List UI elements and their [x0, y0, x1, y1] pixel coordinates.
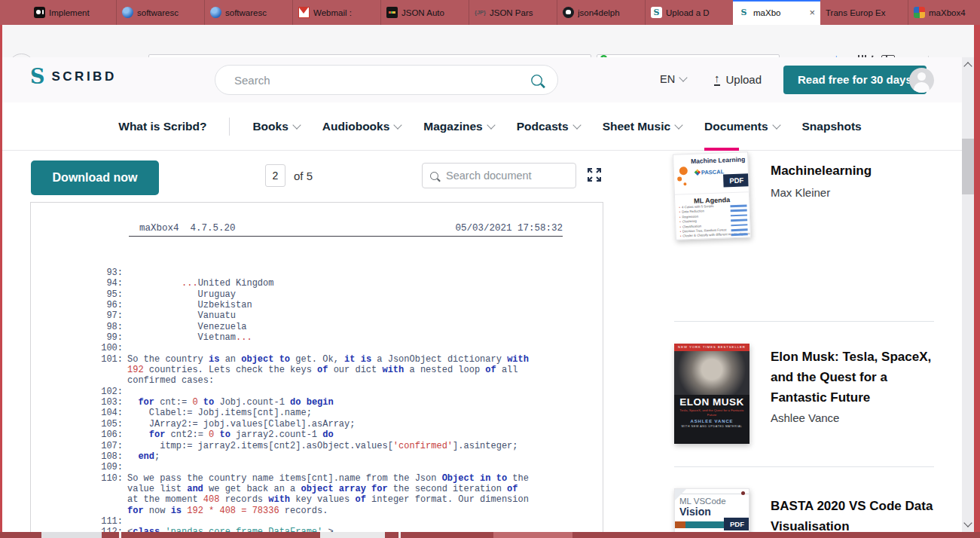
cover-banner: NEW YORK TIMES BESTSELLER [674, 344, 750, 351]
fullscreen-icon[interactable] [587, 167, 602, 182]
nav-item-books[interactable]: Books [252, 102, 299, 151]
code-line: 102: [31, 387, 603, 397]
browser-tab[interactable]: JSON Auto [380, 0, 469, 25]
divider [674, 321, 934, 322]
code-line: 96: Uzbekistan [31, 300, 603, 310]
decorative-box [41, 532, 102, 538]
browser-tab[interactable]: Webmail : [292, 0, 380, 25]
page-scrollbar[interactable] [962, 57, 974, 532]
nav-item-podcasts[interactable]: Podcasts [517, 102, 580, 151]
book-cover-thumbnail[interactable]: NEW YORK TIMES BESTSELLER ELON MUSK Tesl… [674, 344, 750, 444]
download-now-button[interactable]: Download now [31, 160, 159, 195]
window-border [0, 25, 2, 538]
avatar[interactable] [909, 68, 934, 93]
search-icon [430, 172, 438, 180]
globe-icon [210, 7, 221, 18]
page-content: S SCRIBD EN ↑ Upload Read free for 30 da… [0, 57, 980, 532]
document-page: maXbox4 4.7.5.20 05/03/2021 17:58:32 93:… [30, 202, 603, 532]
tab-title: Upload a D [666, 8, 728, 17]
code-line: 192 countries. Lets check the keys of ou… [31, 365, 603, 375]
scrollbar-thumb[interactable] [962, 139, 974, 194]
code-line: 95: Uruguay [31, 289, 603, 300]
thumb-line1: ML VSCode [679, 494, 749, 506]
code-block: 93:94: ...United Kingdom95: Uruguay96: U… [31, 267, 603, 532]
code-line: 105: JArray2:= jobj.values[Clabel].asArr… [31, 419, 603, 429]
browser-tab[interactable]: softwaresc [116, 0, 204, 25]
code-line: 103: for cnt:= 0 to Jobj.count-1 do begi… [31, 397, 603, 408]
nav-divider [229, 118, 230, 136]
scribd-logo[interactable]: S SCRIBD [30, 66, 117, 87]
nav-item-magazines[interactable]: Magazines [423, 102, 493, 151]
chevron-down-icon [292, 121, 301, 129]
tab-title: Implement [49, 8, 111, 17]
site-search[interactable] [215, 65, 558, 95]
nav-item-snapshots[interactable]: Snapshots [802, 102, 862, 151]
document-thumbnail[interactable]: ML VSCode Vision PDF Agenda BASTA 2020 D… [674, 488, 750, 532]
code-line: 106: for cnt2:= 0 to jarray2.count-1 do [31, 429, 603, 440]
globe-icon [122, 7, 133, 18]
code-line: for now is 192 * 408 = 78336 records. [31, 506, 603, 516]
read-free-button[interactable]: Read free for 30 days [783, 66, 927, 94]
browser-tab[interactable]: softwaresc [204, 0, 292, 25]
related-doc-title[interactable]: Elon Musk: Tesla, SpaceX, and the Quest … [771, 347, 935, 408]
chevron-down-icon [772, 121, 780, 129]
cover-title: ELON MUSK [674, 396, 750, 408]
nav-item-sheet-music[interactable]: Sheet Music [603, 102, 682, 151]
nav-item-what-is-scribd[interactable]: What is Scribd? [118, 102, 206, 151]
cover-photo [674, 351, 750, 395]
webmail-icon [298, 7, 310, 18]
nav-item-audiobooks[interactable]: Audiobooks [322, 102, 401, 151]
browser-tab[interactable]: S Upload a D [645, 0, 733, 25]
document-header-left: maXbox4 4.7.5.20 [139, 223, 236, 234]
site-search-input[interactable] [233, 73, 522, 87]
code-line: 111: [31, 516, 603, 527]
page-total-label: of 5 [294, 170, 313, 182]
language-selector[interactable]: EN [660, 73, 686, 85]
pascal-logo: PASCAL [695, 168, 725, 176]
window-bottom-strip [0, 532, 980, 538]
browser-tab[interactable]: {JP} JSON Pars [469, 0, 557, 25]
related-doc-title[interactable]: BASTA 2020 VS Code Data Visualisation [771, 496, 935, 532]
related-doc-title[interactable]: Machinelearning [771, 160, 935, 181]
site-nav: What is Scribd? Books Audiobooks Magazin… [0, 102, 980, 151]
tab-title: softwaresc [225, 8, 287, 17]
search-icon[interactable] [531, 75, 542, 86]
related-doc-author[interactable]: Max Kleiner [771, 186, 830, 199]
divider [674, 466, 934, 467]
page-number-input[interactable] [265, 164, 285, 187]
tab-title: Webmail : [313, 8, 375, 17]
browser-tab[interactable]: maXbox4 [908, 0, 980, 25]
browser-tab[interactable]: json4delph [557, 0, 645, 25]
related-doc-author[interactable]: Ashlee Vance [771, 411, 839, 424]
pdf-badge: PDF [724, 518, 750, 530]
nav-item-documents[interactable]: Documents [704, 102, 779, 151]
scribd-header: S SCRIBD EN ↑ Upload Read free for 30 da… [0, 57, 980, 102]
code-line: 112:<class 'pandas.core.frame.DataFrame'… [31, 527, 603, 532]
scribd-icon: S [651, 7, 662, 18]
document-header-right: 05/03/2021 17:58:32 [455, 223, 563, 234]
thumb-bullet-list: 4 Cases with 5 ScriptsData ReductionRegr… [675, 203, 750, 240]
tab-title: softwaresc [137, 8, 199, 17]
document-search[interactable] [422, 163, 576, 188]
scroll-up-icon[interactable] [963, 62, 972, 70]
tab-title: maXbox4 [929, 8, 980, 17]
browser-tab[interactable]: Implement [29, 0, 116, 25]
decorative-box [119, 532, 121, 538]
code-line: 101:So the country is an object to get. … [31, 354, 603, 365]
code-line: 110:So we pass the country name items[cn… [31, 473, 603, 484]
scroll-down-icon[interactable] [963, 518, 972, 527]
language-label: EN [660, 73, 675, 85]
browser-tab[interactable]: Trans Europ Ex [820, 0, 908, 25]
browser-tab[interactable]: S maXbo × [733, 0, 820, 25]
logo-dot [741, 491, 745, 495]
document-search-input[interactable] [444, 169, 588, 182]
json-auto-icon [386, 7, 398, 18]
tab-close-icon[interactable]: × [809, 7, 815, 18]
json-pars-icon: {JP} [475, 7, 486, 18]
scribd-logo-icon: S [30, 66, 45, 87]
code-line: 97: Vanuatu [31, 310, 603, 321]
upload-link[interactable]: ↑ Upload [714, 72, 762, 86]
document-thumbnail[interactable]: Machine Learning PASCAL PDF ML Agenda 4 … [673, 151, 751, 240]
upload-icon: ↑ [714, 72, 720, 86]
code-line: 104: Clabel:= Jobj.items[cnt].name; [31, 408, 603, 418]
